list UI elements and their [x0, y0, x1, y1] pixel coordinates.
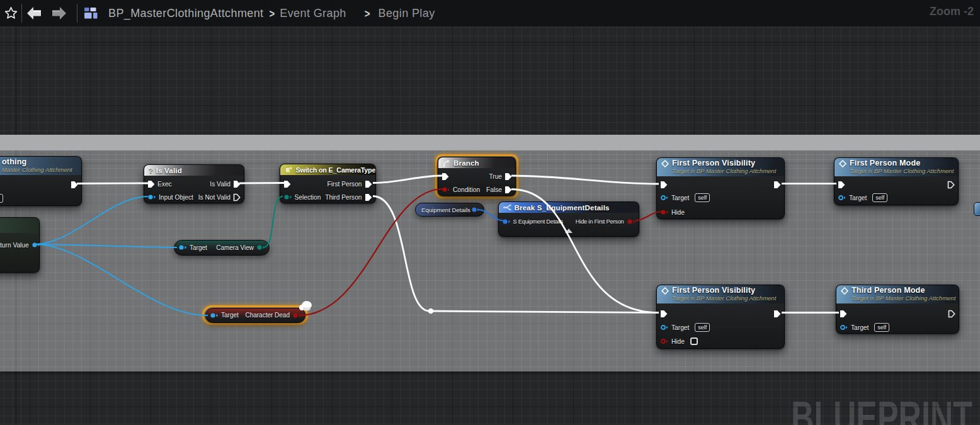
true-out-row: True	[489, 172, 512, 181]
node-camera-view-getter[interactable]: Target Camera View	[174, 240, 270, 256]
hide-pin[interactable]	[660, 209, 669, 215]
exec-out-row	[948, 309, 955, 318]
collapse-arrow-icon[interactable]	[565, 229, 573, 233]
breadcrumb-blueprint[interactable]: BP_MasterClothingAttchment	[108, 7, 264, 20]
favorite-star-button[interactable]	[0, 0, 21, 26]
node-subtitle: Target is BP Master Clothing Attchment	[672, 167, 776, 174]
exec-out-row	[773, 309, 781, 318]
return-value-pin[interactable]	[31, 242, 40, 248]
pin-label: Condition	[453, 186, 480, 193]
node-break-equipment-details[interactable]: Break S_EquipmentDetails S Equipment Det…	[498, 201, 639, 237]
pin-label: Input Object	[159, 194, 193, 201]
event-diamond-icon	[841, 287, 848, 295]
target-self-value[interactable]: self	[695, 323, 710, 332]
exec-in-row	[838, 180, 845, 189]
exec-out-pin[interactable]	[773, 181, 781, 189]
is-valid-out-row: Is Valid	[210, 179, 241, 188]
variable-label: Equipment Details	[421, 207, 470, 213]
exec-out-pin[interactable]	[773, 310, 781, 318]
exec-out-pin-hollow[interactable]	[233, 193, 241, 201]
exec-out-pin-hollow[interactable]	[947, 181, 955, 189]
exec-out-row	[773, 180, 781, 189]
exec-in-row	[840, 309, 847, 318]
blueprint-class-button[interactable]	[77, 0, 105, 26]
exec-in-pin[interactable]	[283, 180, 291, 188]
exec-out-pin[interactable]	[71, 181, 78, 189]
pin-label: Third Person	[325, 194, 362, 201]
nav-back-button[interactable]	[22, 0, 46, 26]
switch-icon	[285, 166, 293, 174]
nav-forward-button[interactable]	[47, 0, 71, 26]
target-in-pin[interactable]	[178, 244, 187, 251]
exec-in-pin[interactable]	[840, 310, 847, 318]
graph-toolbar: BP_MasterClothingAttchment > Event Graph…	[0, 0, 980, 26]
node-clipped-pure-function[interactable]: turn Value	[0, 217, 40, 273]
event-diamond-icon	[661, 287, 669, 295]
input-object-pin[interactable]	[147, 194, 156, 200]
node-switch-camera-type[interactable]: Switch on E_CameraType First Person Sele…	[280, 164, 376, 203]
exec-out-pin[interactable]	[504, 186, 512, 194]
hide-in-first-person-pin[interactable]	[627, 218, 635, 225]
breadcrumb-begin-play[interactable]: Begin Play	[379, 7, 435, 20]
equipment-details-out-pin[interactable]	[471, 207, 480, 213]
exec-in-row	[442, 172, 449, 181]
node-first-person-visibility-bottom[interactable]: First Person Visibility Target is BP Mas…	[656, 285, 785, 349]
node-branch[interactable]: Branch True Condition False	[438, 157, 516, 196]
pin-label: Target	[671, 324, 689, 331]
exec-out-pin[interactable]	[365, 180, 372, 188]
variable-label: Camera View	[216, 244, 254, 251]
struct-in-pin[interactable]	[502, 218, 511, 225]
exec-out-pin[interactable]	[365, 193, 372, 201]
breadcrumb-event-graph[interactable]: Event Graph	[280, 7, 346, 20]
pin-label: Target	[190, 244, 207, 251]
node-header: Third Person Mode Target is BP Master Cl…	[836, 285, 959, 303]
node-clipped-right-fragment[interactable]	[974, 202, 980, 216]
pin-label: Hide in First Person	[576, 218, 624, 225]
blueprint-event-graph: BLUEPRINT othing Master Clothing Attchme…	[0, 0, 980, 425]
input-object-row: Input Object	[147, 193, 193, 201]
target-in-pin[interactable]	[210, 312, 219, 319]
target-pin[interactable]	[660, 195, 669, 201]
struct-in-row: S Equipment Details	[502, 217, 563, 226]
character-dead-out-pin[interactable]	[292, 312, 301, 319]
exec-in-pin[interactable]	[660, 181, 668, 189]
node-header: First Person Visibility Target is BP Mas…	[657, 285, 784, 303]
node-clipped-event[interactable]: othing Master Clothing Attchment	[0, 156, 82, 206]
hide-pin[interactable]	[660, 338, 669, 344]
target-self-value[interactable]: self	[695, 193, 710, 202]
node-is-valid[interactable]: ? Is Valid Exec Is Valid Input Object Is…	[144, 164, 244, 203]
exec-in-pin[interactable]	[838, 181, 845, 189]
hide-checkbox[interactable]	[690, 337, 698, 345]
pin-label: Hide	[671, 338, 685, 345]
node-title: Is Valid	[156, 167, 182, 174]
condition-pin[interactable]	[442, 186, 450, 193]
exec-in-pin[interactable]	[660, 310, 668, 318]
clipped-value-box[interactable]	[0, 194, 3, 203]
node-header	[0, 218, 39, 233]
target-pin[interactable]	[838, 195, 846, 201]
target-pin[interactable]	[660, 324, 669, 331]
node-character-dead-getter[interactable]: Target Character Dead	[205, 308, 305, 323]
exec-in-pin[interactable]	[147, 180, 155, 188]
exec-out-row	[71, 180, 78, 189]
node-first-person-visibility-top[interactable]: First Person Visibility Target is BP Mas…	[656, 157, 785, 219]
target-self-value[interactable]: self	[874, 323, 889, 332]
pin-label: Target	[221, 312, 239, 319]
node-first-person-mode[interactable]: First Person Mode Target is BP Master Cl…	[834, 157, 959, 205]
exec-in-pin[interactable]	[442, 173, 449, 181]
node-title: Third Person Mode	[852, 286, 955, 295]
node-third-person-mode[interactable]: Third Person Mode Target is BP Master Cl…	[836, 285, 959, 334]
camera-view-out-pin[interactable]	[256, 244, 265, 251]
blueprint-class-icon	[84, 7, 100, 20]
node-title: Branch	[453, 159, 479, 167]
pin-label: First Person	[328, 181, 362, 188]
exec-out-pin[interactable]	[233, 180, 241, 188]
target-pin[interactable]	[840, 324, 848, 331]
exec-out-pin[interactable]	[504, 173, 512, 181]
exec-out-pin-hollow[interactable]	[948, 310, 955, 318]
target-self-value[interactable]: self	[872, 193, 887, 202]
node-equipment-details-getter[interactable]: Equipment Details	[415, 203, 484, 217]
node-title: First Person Mode	[850, 159, 954, 167]
selection-pin[interactable]	[283, 194, 292, 200]
node-title-fragment: othing	[2, 158, 72, 166]
